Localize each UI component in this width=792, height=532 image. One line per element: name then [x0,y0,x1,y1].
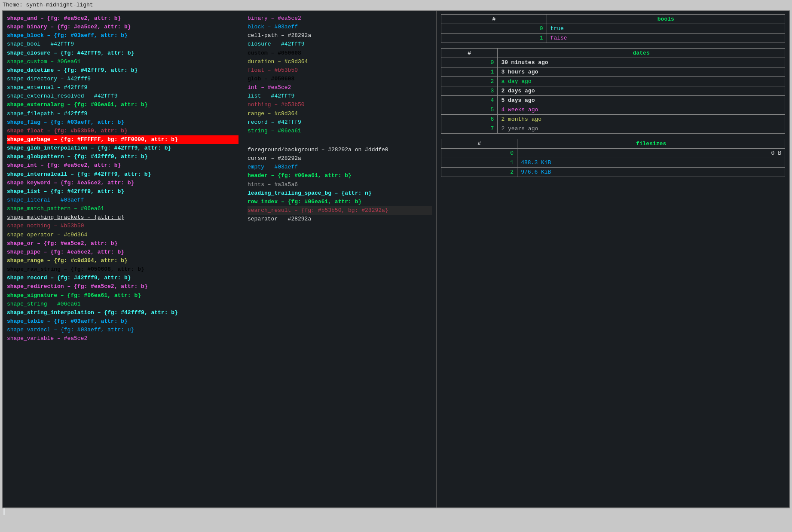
col1-line-4: shape_closure – {fg: #42fff9, attr: b} [7,49,239,58]
filesizes-row-2: 2976.6 KiB [441,168,785,177]
col1-line-21: shape_literal – #03aeff [7,196,239,205]
bools-table: # bools 0true1false [441,14,785,43]
bools-val-0: true [547,24,785,34]
dates-col-name: dates [498,49,785,58]
col2-top-line-4: custom – #050608 [248,49,432,58]
bools-val-1: false [547,34,785,43]
dates-val-5: 4 weeks ago [498,105,785,115]
bools-idx-0: 0 [441,24,547,34]
col1-line-10: shape_externalarg – {fg: #06ea61, attr: … [7,101,239,109]
col1-line-18: shape_internalcall – {fg: #42fff9, attr:… [7,170,239,179]
dates-row-3: 32 days ago [441,86,785,96]
bools-col-name: bools [547,15,785,24]
cursor: ▌ [2,508,790,515]
dates-idx-0: 0 [441,58,498,67]
col2-top-line-3: closure – #42fff9 [248,40,432,49]
bools-table-container: # bools 0true1false [441,14,785,43]
filesizes-val-2: 976.6 KiB [517,168,785,177]
col1-line-23: shape_matching_brackets – {attr: u} [7,213,239,222]
col1-line-0: shape_and – {fg: #ea5ce2, attr: b} [7,14,239,23]
col1-line-26: shape_or – {fg: #ea5ce2, attr: b} [7,239,239,248]
filesizes-val-0: 0 B [517,149,785,158]
dates-val-2: a day ago [498,77,785,86]
col2-bot-line-4: hints – #a3a5a6 [248,180,432,189]
col1-line-17: shape_int – {fg: #ea5ce2, attr: b} [7,161,239,170]
col1-line-12: shape_flag – {fg: #03aeff, attr: b} [7,118,239,127]
col2-top-line-10: nothing – #b53b50 [248,101,432,109]
col1-line-2: shape_block – {fg: #03aeff, attr: b} [7,31,239,40]
col2-bot-line-6: row_index – {fg: #06ea61, attr: b} [248,198,432,206]
col1-line-24: shape_nothing – #b53b50 [7,222,239,230]
filesizes-row-1: 1488.3 KiB [441,158,785,168]
col2: binary – #ea5ce2block – #03aeffcell-path… [243,11,437,508]
dates-table-container: # dates 030 minutes ago13 hours ago2a da… [441,48,785,134]
col2-top-line-12: record – #42fff9 [248,118,432,127]
col1-line-28: shape_range – {fg: #c9d364, attr: b} [7,257,239,265]
col1-line-29: shape_raw_string – {fg: #050608, attr: b… [7,265,239,274]
col1-line-35: shape_table – {fg: #03aeff, attr: b} [7,317,239,326]
col1-line-36: shape_vardecl – {fg: #03aeff, attr: u} [7,326,239,334]
col2-bot-line-0: foreground/background – #28292a on #dddf… [248,146,432,154]
main-container: shape_and – {fg: #ea5ce2, attr: b}shape_… [2,10,790,508]
filesizes-idx-0: 0 [441,149,517,158]
bools-idx-1: 1 [441,34,547,43]
col1-line-7: shape_directory – #42fff9 [7,75,239,83]
col1-line-9: shape_external_resolved – #42fff9 [7,92,239,101]
col1-line-16: shape_globpattern – {fg: #42fff9, attr: … [7,153,239,161]
dates-row-0: 030 minutes ago [441,58,785,67]
filesizes-table: # filesizes 00 B1488.3 KiB2976.6 KiB [441,139,785,177]
col2-top-line-7: glob – #050608 [248,75,432,83]
col2-content: binary – #ea5ce2block – #03aeffcell-path… [248,14,432,135]
col1-line-15: shape_glob_interpolation – {fg: #42fff9,… [7,144,239,153]
theme-label: Theme: synth-midnight-light [2,2,790,8]
col1-line-31: shape_redirection – {fg: #ea5ce2, attr: … [7,282,239,291]
col2-content-bottom: foreground/background – #28292a on #dddf… [248,146,432,223]
col1-line-3: shape_bool – #42fff9 [7,40,239,49]
col1: shape_and – {fg: #ea5ce2, attr: b}shape_… [3,11,243,508]
col1-line-19: shape_keyword – {fg: #ea5ce2, attr: b} [7,179,239,187]
col2-bot-line-1: cursor – #28292a [248,154,432,163]
filesizes-table-container: # filesizes 00 B1488.3 KiB2976.6 KiB [441,139,785,177]
dates-row-5: 54 weeks ago [441,105,785,115]
col1-line-1: shape_binary – {fg: #ea5ce2, attr: b} [7,23,239,31]
dates-val-3: 2 days ago [498,86,785,96]
dates-table: # dates 030 minutes ago13 hours ago2a da… [441,48,785,134]
filesizes-idx-2: 2 [441,168,517,177]
dates-row-6: 62 months ago [441,115,785,124]
filesizes-col-hash: # [441,139,517,149]
col1-line-34: shape_string_interpolation – {fg: #42fff… [7,309,239,317]
col2-bot-line-5: leading_trailing_space_bg – {attr: n} [248,189,432,198]
col2-top-line-9: list – #42fff9 [248,92,432,101]
dates-val-7: 2 years ago [498,124,785,134]
col2-top-line-8: int – #ea5ce2 [248,83,432,92]
col1-content: shape_and – {fg: #ea5ce2, attr: b}shape_… [7,14,239,343]
filesizes-row-0: 00 B [441,149,785,158]
dates-idx-3: 3 [441,86,498,96]
col1-line-37: shape_variable – #ea5ce2 [7,334,239,343]
col1-line-11: shape_filepath – #42fff9 [7,110,239,118]
dates-row-4: 45 days ago [441,96,785,105]
col1-line-33: shape_string – #06ea61 [7,300,239,309]
col2-bot-line-2: empty – #03aeff [248,163,432,171]
dates-val-4: 5 days ago [498,96,785,105]
dates-val-1: 3 hours ago [498,67,785,77]
col1-line-27: shape_pipe – {fg: #ea5ce2, attr: b} [7,248,239,257]
col1-line-25: shape_operator – #c9d364 [7,231,239,239]
dates-row-7: 72 years ago [441,124,785,134]
col1-line-22: shape_match_pattern – #06ea61 [7,205,239,213]
dates-val-6: 2 months ago [498,115,785,124]
col2-top-line-1: block – #03aeff [248,23,432,31]
col2-top-line-6: float – #b53b50 [248,66,432,75]
col1-line-30: shape_record – {fg: #42fff9, attr: b} [7,274,239,282]
col2-top-line-13: string – #06ea61 [248,127,432,135]
dates-idx-2: 2 [441,77,498,86]
col2-bot-line-8: separator – #28292a [248,215,432,223]
filesizes-idx-1: 1 [441,158,517,168]
bools-row-1: 1false [441,34,785,43]
dates-row-2: 2a day ago [441,77,785,86]
col2-bot-line-7: search_result – {fg: #b53b50, bg: #28292… [248,206,432,215]
col2-top-line-0: binary – #ea5ce2 [248,14,432,23]
dates-idx-4: 4 [441,96,498,105]
col1-line-13: shape_float – {fg: #b53b50, attr: b} [7,127,239,135]
bools-row-0: 0true [441,24,785,34]
